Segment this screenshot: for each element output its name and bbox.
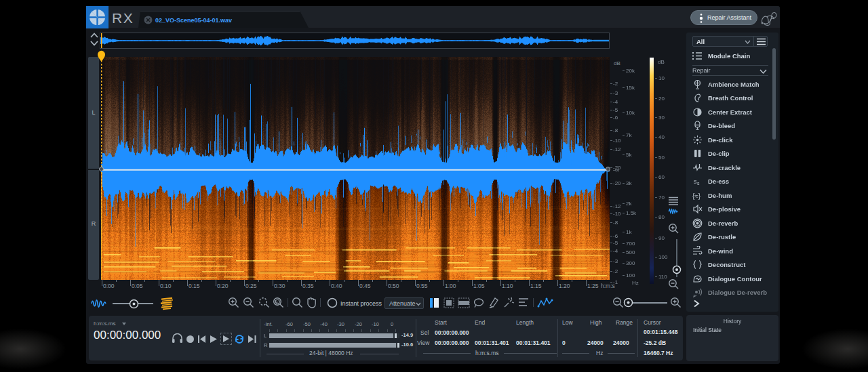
svg-text:{≈}: {≈} [692,192,701,199]
svg-text:s: s [697,181,700,186]
